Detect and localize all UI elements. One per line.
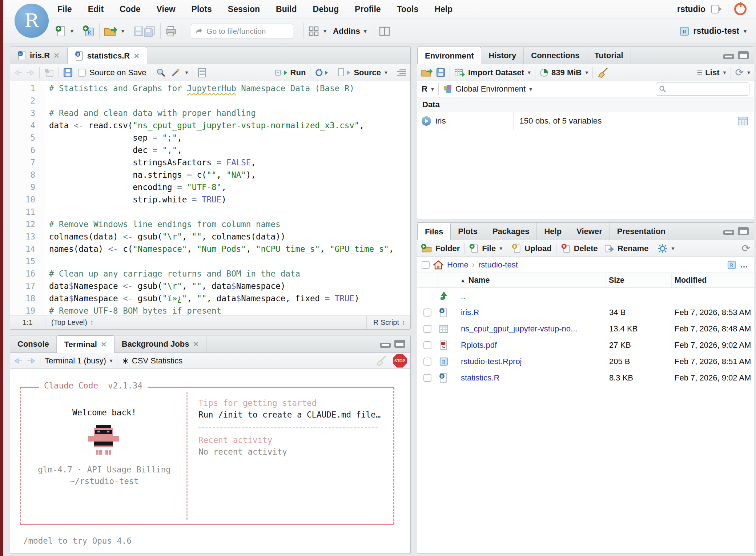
code-line[interactable]: 11 xyxy=(10,206,410,218)
breadcrumb-project-link[interactable]: rstudio-test xyxy=(478,260,518,270)
file-link[interactable]: .. xyxy=(461,291,465,301)
menu-item-profile[interactable]: Profile xyxy=(355,4,381,14)
tab-statistics-r[interactable]: Rstatistics.R✕ xyxy=(67,47,147,64)
menu-item-help[interactable]: Help xyxy=(434,4,453,14)
code-line[interactable]: 14names(data) <- c("Namespace", "Num_Pod… xyxy=(10,243,410,255)
code-line[interactable]: 9 encoding = "UTF-8", xyxy=(10,181,410,193)
code-line[interactable]: 8 na.strings = c("", "NA"), xyxy=(10,169,410,181)
file-link[interactable]: ns_cput_gput_jupyter-vstup-no... xyxy=(461,324,577,333)
tab-background-jobs[interactable]: Background Jobs✕ xyxy=(114,336,207,352)
minimize-pane-icon[interactable] xyxy=(723,54,734,59)
code-tools-caret-icon[interactable]: ▾ xyxy=(185,69,188,76)
file-link[interactable]: statistics.R xyxy=(461,373,499,382)
popout-icon[interactable] xyxy=(44,68,54,77)
new-file-caret-icon[interactable]: ▾ xyxy=(71,28,73,35)
environment-scope-selector[interactable]: Global Environment ▾ xyxy=(443,84,532,94)
close-tab-icon[interactable]: ✕ xyxy=(193,340,199,348)
breadcrumb-home-link[interactable]: Home xyxy=(447,260,469,270)
list-view-selector[interactable]: ≡ List ▾ xyxy=(697,67,726,78)
delete-button[interactable]: Delete xyxy=(561,243,598,254)
code-line[interactable]: 13colnames(data) <- gsub("\r", "", colna… xyxy=(10,230,410,243)
tab-history[interactable]: History xyxy=(481,47,524,64)
column-name[interactable]: ▲ Name xyxy=(457,273,606,287)
sign-out-icon[interactable] xyxy=(711,4,722,14)
menu-item-file[interactable]: File xyxy=(57,4,72,14)
goto-file-input[interactable] xyxy=(206,27,280,36)
source-button[interactable]: Source ▾ xyxy=(338,68,387,77)
file-type-selector[interactable]: R Script↕ xyxy=(366,315,405,329)
close-tab-icon[interactable]: ✕ xyxy=(101,340,107,349)
file-link[interactable]: iris.R xyxy=(461,308,479,317)
minimize-pane-icon[interactable] xyxy=(723,230,734,235)
code-line[interactable]: 4data <- read.csv("ns_cput_gput_jupyter-… xyxy=(10,119,410,132)
tab-terminal[interactable]: Terminal✕ xyxy=(57,335,114,353)
tab-presentation[interactable]: Presentation xyxy=(610,223,673,240)
tab-connections[interactable]: Connections xyxy=(524,47,587,64)
refresh-files-icon[interactable]: ⟳ xyxy=(742,242,750,254)
close-tab-icon[interactable]: ✕ xyxy=(133,52,140,60)
save-all-icon[interactable] xyxy=(144,26,156,37)
code-line[interactable]: 7 stringsAsFactors = FALSE, xyxy=(10,156,410,169)
tab-help[interactable]: Help xyxy=(537,223,569,240)
new-file-button[interactable]: File ▾ xyxy=(469,243,502,254)
minimize-pane-icon[interactable] xyxy=(380,343,391,348)
code-line[interactable]: 18data$Namespace <- gsub("ï»¿", "", data… xyxy=(10,292,410,305)
print-icon[interactable] xyxy=(165,26,177,37)
terminal-back-icon[interactable] xyxy=(14,357,23,365)
run-button[interactable]: Run xyxy=(275,68,306,77)
code-line[interactable]: 15 xyxy=(10,255,410,267)
tab-viewer[interactable]: Viewer xyxy=(569,223,610,240)
code-line[interactable]: 2 xyxy=(10,94,410,107)
environment-search-input[interactable] xyxy=(668,85,739,93)
compile-report-icon[interactable] xyxy=(197,68,207,78)
document-outline-icon[interactable] xyxy=(397,68,407,77)
nav-forward-icon[interactable] xyxy=(25,69,35,77)
close-tab-icon[interactable]: ✕ xyxy=(53,51,60,60)
code-line[interactable]: 17data$Namespace <- gsub("\r", "", data$… xyxy=(10,280,410,292)
load-workspace-icon[interactable] xyxy=(421,68,433,77)
open-file-caret-icon[interactable]: ▾ xyxy=(121,28,124,35)
find-replace-icon[interactable] xyxy=(156,68,166,78)
menu-item-session[interactable]: Session xyxy=(228,4,260,14)
tab-files[interactable]: Files xyxy=(417,223,451,240)
environment-object-row[interactable]: iris150 obs. of 5 variables xyxy=(417,112,754,130)
rename-button[interactable]: Rename xyxy=(604,244,649,253)
column-modified[interactable]: Modified xyxy=(671,273,754,287)
import-dataset-button[interactable]: Import Dataset ▾ xyxy=(454,68,531,77)
file-checkbox[interactable] xyxy=(423,325,431,333)
file-link[interactable]: rstudio-test.Rproj xyxy=(461,357,522,366)
menu-item-plots[interactable]: Plots xyxy=(192,4,212,14)
rerun-icon[interactable] xyxy=(315,68,329,77)
terminal-output[interactable]: Claude Code v2.1.34 Welcome back! xyxy=(10,369,410,553)
scope-selector[interactable]: (Top Level)↕ xyxy=(45,318,93,327)
save-workspace-icon[interactable] xyxy=(436,68,445,77)
clear-terminal-broom-icon[interactable] xyxy=(375,355,386,366)
home-icon[interactable] xyxy=(433,260,443,270)
goto-file-search[interactable] xyxy=(191,24,293,39)
code-line[interactable]: 10 strip.white = TRUE) xyxy=(10,193,410,206)
tab-environment[interactable]: Environment xyxy=(417,47,481,64)
file-checkbox[interactable] xyxy=(423,358,431,366)
addins-menu[interactable]: Addins ▾ xyxy=(333,27,367,36)
code-tools-wand-icon[interactable] xyxy=(170,67,181,78)
code-line[interactable]: 19# Remove UTF-8 BOM bytes if present xyxy=(10,305,410,315)
code-line[interactable]: 3# Read and clean data with proper handl… xyxy=(10,107,410,119)
select-all-checkbox[interactable] xyxy=(422,261,430,269)
menu-item-tools[interactable]: Tools xyxy=(397,4,419,14)
column-size[interactable]: Size xyxy=(606,273,671,287)
stop-button[interactable]: STOP xyxy=(393,354,407,368)
menu-item-edit[interactable]: Edit xyxy=(88,4,104,14)
expand-object-icon[interactable] xyxy=(422,116,431,126)
environment-search[interactable] xyxy=(656,82,749,96)
maximize-pane-icon[interactable] xyxy=(394,340,405,348)
shortcuts-grid-icon[interactable] xyxy=(308,26,319,37)
open-file-icon[interactable] xyxy=(104,26,117,37)
nav-back-icon[interactable] xyxy=(14,69,23,77)
file-checkbox[interactable] xyxy=(423,341,431,349)
view-data-grid-icon[interactable] xyxy=(738,117,748,125)
menu-item-build[interactable]: Build xyxy=(276,4,297,14)
new-file-icon[interactable] xyxy=(55,25,66,37)
tab-packages[interactable]: Packages xyxy=(485,223,537,240)
new-folder-button[interactable]: Folder xyxy=(421,243,460,253)
maximize-pane-icon[interactable] xyxy=(738,51,749,59)
